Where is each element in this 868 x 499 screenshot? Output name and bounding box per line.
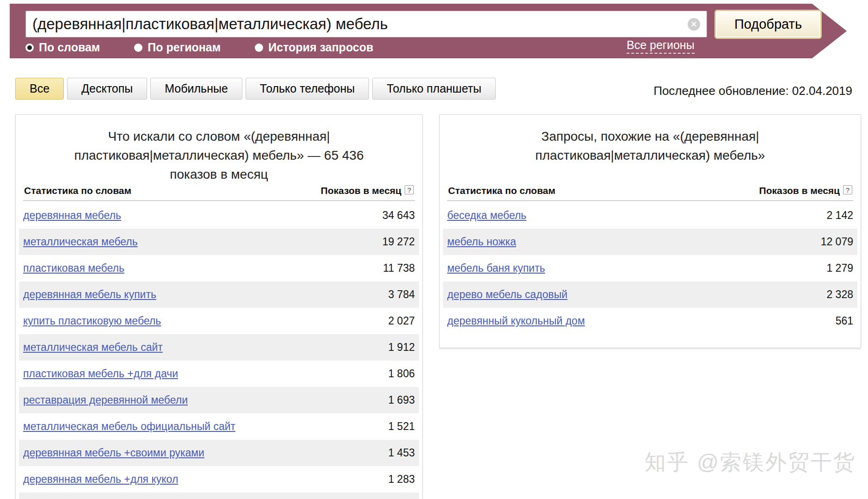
mode-query-history[interactable]: История запросов — [255, 41, 373, 54]
impressions-value: 1 521 — [388, 420, 415, 433]
mode-label: По словам — [39, 41, 100, 54]
mode-by-regions[interactable]: По регионам — [134, 41, 221, 54]
right-panel-title: Запросы, похожие на «(деревянная| пласти… — [440, 115, 861, 185]
impressions-value: 1 912 — [388, 341, 415, 354]
radio-selected-icon[interactable] — [25, 44, 34, 52]
search-mode-group: По словам По регионам История запросов — [25, 41, 373, 54]
impressions-value: 1 453 — [388, 447, 415, 459]
title-line: показов в месяц — [16, 165, 422, 184]
keyword-link[interactable]: деревянная мебель +для кукол — [23, 473, 178, 486]
impressions-value: 561 — [836, 315, 853, 327]
left-table-rows: деревянная мебель 34 643 металлическая м… — [19, 202, 419, 499]
column-word-stats: Статистика по словам — [24, 185, 131, 196]
table-row: металлическая мебель 19 272 — [19, 229, 419, 255]
keyword-link[interactable]: деревянная мебель +своими руками — [23, 447, 204, 459]
left-panel-title: Что искали со словом «(деревянная| пласт… — [16, 115, 422, 185]
impressions-value: 34 643 — [382, 209, 415, 222]
table-row: пластиковая мебель 11 738 — [19, 255, 419, 281]
left-table-header: Статистика по словам Показов в месяц? — [23, 185, 415, 201]
searched-with-word-panel: Что искали со словом «(деревянная| пласт… — [15, 114, 423, 499]
table-row: деревянный кукольный дом 561 — [443, 308, 857, 334]
tab-desktops[interactable]: Десктопы — [67, 78, 147, 100]
column-impressions-label: Показов в месяц — [321, 185, 401, 196]
keyword-link[interactable]: металлическая мебель официальный сайт — [23, 420, 235, 433]
keyword-link[interactable]: металлическая мебель сайт — [23, 341, 163, 354]
search-field-wrap: ✕ — [25, 11, 707, 37]
table-row-partial — [19, 493, 419, 499]
table-row: деревянная мебель +своими руками 1 453 — [19, 440, 419, 466]
impressions-value: 1 283 — [388, 473, 415, 486]
column-impressions-label: Показов в месяц — [759, 185, 840, 196]
title-line: пластиковая|металлическая) мебель» — [440, 146, 861, 165]
keyword-link[interactable]: деревянная мебель — [23, 209, 121, 222]
keyword-link[interactable]: мебель ножка — [447, 236, 516, 248]
table-row: дерево мебель садовый 2 328 — [443, 281, 857, 308]
title-line: пластиковая|металлическая) мебель» — 65 … — [16, 146, 422, 165]
all-regions-link[interactable]: Все регионы — [627, 38, 695, 54]
table-row: мебель баня купить 1 279 — [443, 255, 857, 281]
device-tabs: Все Десктопы Мобильные Только телефоны Т… — [15, 78, 496, 100]
table-row: металлическая мебель официальный сайт 1 … — [19, 413, 419, 440]
impressions-value: 1 693 — [388, 394, 415, 406]
radio-icon[interactable] — [255, 44, 263, 52]
impressions-value: 3 784 — [388, 288, 415, 301]
table-row: беседка мебель 2 142 — [443, 202, 857, 229]
table-row: деревянная мебель купить 3 784 — [19, 281, 419, 308]
mode-by-words[interactable]: По словам — [25, 41, 100, 54]
keyword-link[interactable]: дерево мебель садовый — [447, 288, 567, 301]
title-line: Что искали со словом «(деревянная| — [16, 127, 422, 146]
impressions-value: 11 738 — [383, 262, 415, 274]
table-row: металлическая мебель сайт 1 912 — [19, 334, 419, 361]
keyword-link[interactable]: деревянный кукольный дом — [447, 315, 585, 327]
keyword-link[interactable]: беседка мебель — [447, 209, 526, 222]
right-table-header: Статистика по словам Показов в месяц? — [447, 185, 853, 201]
table-row: купить пластиковую мебель 2 027 — [19, 308, 419, 334]
zhihu-watermark: 知乎 @索镁外贸干货 — [645, 448, 856, 477]
keyword-link[interactable]: пластиковая мебель +для дачи — [23, 368, 178, 380]
impressions-value: 1 279 — [826, 262, 853, 274]
search-input[interactable] — [26, 11, 707, 37]
clear-search-icon[interactable]: ✕ — [688, 18, 700, 31]
help-icon[interactable]: ? — [843, 185, 852, 194]
table-row: реставрация деревянной мебели 1 693 — [19, 387, 419, 413]
keyword-link[interactable]: деревянная мебель купить — [23, 288, 156, 301]
tab-phones-only[interactable]: Только телефоны — [246, 78, 369, 100]
mode-label: По регионам — [148, 41, 221, 54]
column-word-stats: Статистика по словам — [448, 185, 555, 196]
impressions-value: 2 328 — [826, 288, 853, 301]
impressions-value: 1 806 — [388, 368, 415, 380]
tab-all[interactable]: Все — [15, 78, 64, 100]
column-impressions: Показов в месяц? — [321, 185, 414, 196]
keyword-link[interactable]: мебель баня купить — [447, 262, 545, 274]
impressions-value: 2 142 — [826, 209, 853, 222]
submit-button[interactable]: Подобрать — [714, 10, 822, 39]
help-icon[interactable]: ? — [405, 185, 414, 194]
impressions-value: 12 079 — [821, 236, 853, 248]
similar-queries-panel: Запросы, похожие на «(деревянная| пласти… — [439, 114, 861, 348]
tab-tablets-only[interactable]: Только планшеты — [372, 78, 496, 100]
impressions-value: 2 027 — [388, 315, 415, 327]
table-row: деревянная мебель +для кукол 1 283 — [19, 466, 419, 493]
keyword-link[interactable]: металлическая мебель — [23, 236, 138, 248]
title-line: Запросы, похожие на «(деревянная| — [440, 127, 861, 146]
column-impressions: Показов в месяц? — [759, 185, 852, 196]
table-row: мебель ножка 12 079 — [443, 229, 857, 255]
keyword-link[interactable]: реставрация деревянной мебели — [23, 394, 188, 406]
radio-icon[interactable] — [134, 44, 142, 52]
table-row: деревянная мебель 34 643 — [19, 202, 419, 229]
keyword-link[interactable]: пластиковая мебель — [23, 262, 124, 274]
right-table-rows: беседка мебель 2 142 мебель ножка 12 079… — [443, 202, 857, 334]
keyword-link[interactable]: купить пластиковую мебель — [23, 315, 161, 327]
table-row: пластиковая мебель +для дачи 1 806 — [19, 361, 419, 387]
search-banner: ✕ Подобрать По словам По регионам Истори… — [10, 4, 847, 58]
last-update-label: Последнее обновление: 02.04.2019 — [653, 84, 852, 98]
tab-mobile[interactable]: Мобильные — [150, 78, 242, 100]
impressions-value: 19 272 — [382, 236, 415, 248]
mode-label: История запросов — [268, 41, 373, 54]
